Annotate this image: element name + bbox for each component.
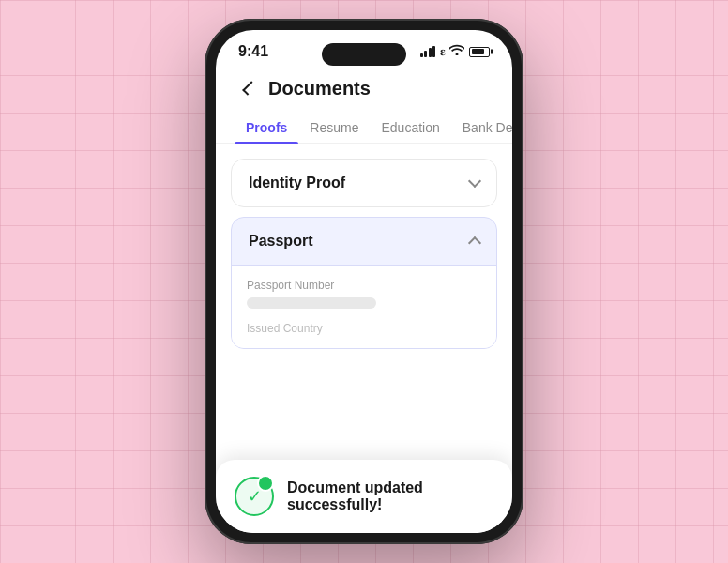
back-chevron-icon: [242, 81, 257, 96]
passport-card-body: Passport Number Issued Country: [232, 265, 496, 348]
passport-title: Passport: [249, 233, 312, 250]
battery-icon: [469, 47, 490, 57]
toast-notification: ✓ Document updated successfully!: [216, 460, 512, 533]
tab-education[interactable]: Education: [370, 113, 450, 143]
tabs-container: Proofs Resume Education Bank Details: [216, 113, 512, 144]
passport-card: Passport Passport Number Issued Country: [231, 217, 497, 349]
identity-proof-dropdown[interactable]: Identity Proof: [231, 159, 497, 207]
passport-number-label: Passport Number: [247, 279, 481, 292]
passport-card-header[interactable]: Passport: [232, 218, 496, 265]
signal-icon: [420, 46, 436, 57]
status-icons: 𝛆: [420, 44, 490, 59]
toast-message: Document updated successfully!: [287, 479, 493, 513]
page-title: Documents: [268, 78, 371, 99]
identity-proof-label: Identity Proof: [249, 175, 345, 191]
phone-frame: 9:41 𝛆: [205, 19, 523, 544]
chevron-down-icon: [468, 175, 481, 188]
toast-check-icon: ✓: [235, 477, 274, 516]
header: Documents: [216, 68, 512, 113]
wifi-icon: 𝛆: [440, 44, 464, 59]
tab-bank-details[interactable]: Bank Details: [451, 113, 512, 143]
dynamic-island: [322, 43, 406, 66]
issued-country-label: Issued Country: [247, 322, 481, 335]
status-time: 9:41: [238, 43, 268, 60]
tab-proofs[interactable]: Proofs: [235, 113, 298, 143]
passport-number-value: [247, 297, 376, 309]
chevron-up-icon: [468, 236, 481, 250]
phone-screen: 9:41 𝛆: [216, 30, 512, 533]
tab-resume[interactable]: Resume: [298, 113, 370, 143]
back-button[interactable]: [235, 75, 261, 101]
